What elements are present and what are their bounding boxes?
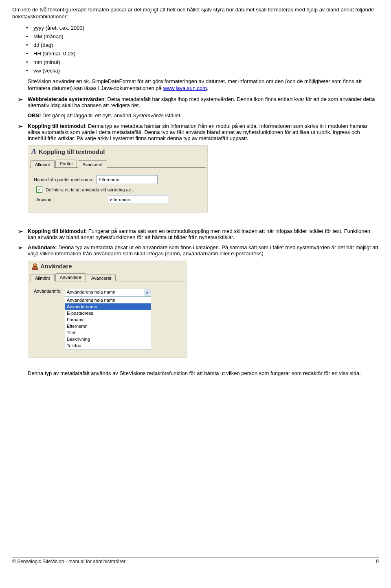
option-epost[interactable]: E-postadress <box>65 310 151 316</box>
panel-title: Koppling till textmodul <box>39 148 105 155</box>
tab-portlet[interactable]: Portlet <box>55 160 77 167</box>
list-item: dd (dag) <box>33 41 379 49</box>
format-token-list: yyyy (året, t.ex. 2003) MM (månad) dd (d… <box>12 24 379 75</box>
bildmodul-label: Koppling till bildmodul: <box>28 228 87 234</box>
textmodul-panel: A Koppling till textmodul Allmänt Portle… <box>28 145 208 213</box>
panel2-title: Användare <box>40 263 72 270</box>
option-fornamn[interactable]: Förnamn <box>65 316 151 323</box>
obs-text: Det går ej att lägga till ett nytt, anvä… <box>41 112 133 118</box>
define-id-label: Definiera ett id att använda vid sorteri… <box>46 187 134 192</box>
panel2-tabs: Allmänt Användare Avancerat <box>28 272 187 281</box>
tab2-allmant[interactable]: Allmänt <box>31 274 55 281</box>
list-item: yyyy (året, t.ex. 2003) <box>33 24 379 32</box>
obs-line: OBS! Det går ej att lägga till ett nytt,… <box>28 112 379 119</box>
portlet-name-label: Hämta från portlet med namn: <box>34 177 93 182</box>
tab-allmant[interactable]: Allmänt <box>31 160 55 168</box>
simpledateformat-note: SiteVision använder en sk. SimpleDateFor… <box>12 78 379 92</box>
textmodul-item: Koppling till textmodul: Denna typ av me… <box>12 123 379 141</box>
list-item: HH (timmar, 0-23) <box>33 49 379 58</box>
panel-tabs: Allmänt Portlet Avancerat <box>28 158 207 167</box>
bildmodul-item: Koppling till bildmodul: Fungerar på sam… <box>12 228 379 240</box>
anvandare-text: Denna typ av metadata pekar ut en använd… <box>28 244 378 257</box>
anvandare-label: Användare: <box>28 244 57 250</box>
intro-paragraph: Om inte de två förkonfigurerade formaten… <box>12 7 379 20</box>
closing-paragraph: Denna typ av metadatafält används av Sit… <box>12 370 379 377</box>
sdf-tail: . <box>207 85 209 91</box>
tab2-avancerat[interactable]: Avancerat <box>87 274 116 281</box>
page-footer: © Senselogic SiteVision - manual för adm… <box>12 557 379 564</box>
webbrel-label: Webbrelaterade systemvärden <box>28 96 104 102</box>
anvandare-panel: Användare Allmänt Användare Avancerat An… <box>28 261 187 358</box>
define-id-checkbox[interactable]: ✓ <box>36 186 42 193</box>
anvand-label: Använd: <box>36 197 105 202</box>
userinfo-select[interactable]: Användarens hela namn ▾ <box>65 289 151 297</box>
anvand-input[interactable] <box>108 195 169 204</box>
obs-tail: istället. <box>164 112 182 118</box>
option-telefon[interactable]: Telefon <box>65 342 151 349</box>
list-item: MM (månad) <box>33 32 379 41</box>
list-item: mm (minut) <box>33 58 379 66</box>
option-beskrivning[interactable]: Beskrivning <box>65 336 151 342</box>
textmodul-label: Koppling till textmodul <box>28 123 85 129</box>
list-item: ww (vecka) <box>33 66 379 75</box>
footer-left: © Senselogic SiteVision - manual för adm… <box>12 559 125 564</box>
panel-titlebar: A Koppling till textmodul <box>28 146 207 158</box>
userinfo-select-wrap: Användarens hela namn ▾ Användarens hela… <box>65 289 151 349</box>
tab2-anvandare[interactable]: Användare <box>55 273 86 281</box>
userinfo-label: Användarinfo: <box>34 289 62 294</box>
anvandare-item: Användare: Denna typ av metadata pekar u… <box>12 244 379 257</box>
chevron-down-icon[interactable]: ▾ <box>144 289 151 296</box>
java-doc-link[interactable]: www.java.sun.com <box>163 85 207 91</box>
option-efternamn[interactable]: Efternamn <box>65 323 151 329</box>
text-a-icon: A <box>31 147 36 156</box>
obs-italic: Systemvärde <box>133 112 164 118</box>
webbrelaterade-item: Webbrelaterade systemvärden: Detta metad… <box>12 96 379 119</box>
footer-page-number: 9 <box>376 559 379 564</box>
userinfo-selected: Användarens hela namn <box>65 289 144 296</box>
panel2-titlebar: Användare <box>28 261 187 272</box>
portlet-name-input[interactable] <box>97 175 158 184</box>
userinfo-listbox[interactable]: Användarens hela namn Användarnamn E-pos… <box>65 296 151 349</box>
option-anvandarnamn[interactable]: Användarnamn <box>65 303 151 310</box>
option-titel[interactable]: Titel <box>65 329 151 336</box>
tab-avancerat[interactable]: Avancerat <box>78 160 107 168</box>
option-hela-namn[interactable]: Användarens hela namn <box>65 297 151 303</box>
obs-label: OBS! <box>28 112 41 118</box>
user-icon <box>31 263 38 270</box>
